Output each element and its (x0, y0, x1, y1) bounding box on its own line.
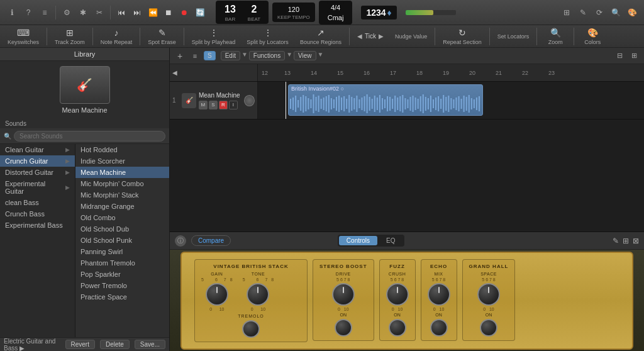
zoom-btn[interactable]: 🔍 Zoom (540, 26, 571, 47)
space-knob[interactable] (477, 283, 500, 306)
search-input[interactable] (14, 131, 165, 142)
tools-button[interactable]: ✱ (76, 6, 90, 20)
sound-old-combo[interactable]: Old Combo (75, 212, 169, 223)
split-locators-btn[interactable]: ⋮ Split by Locators (242, 26, 294, 47)
svg-rect-63 (450, 98, 452, 109)
sound-midrange-grange[interactable]: Midrange Grange (75, 201, 169, 212)
help-button[interactable]: ? (21, 6, 35, 20)
transport-display: 13 BAR 2 BEAT 120 KEEP TEMPO 4/4 Cmaj (216, 1, 352, 25)
fast-forward-button[interactable]: ⏭ (130, 6, 144, 20)
view-menu[interactable]: View (294, 51, 316, 60)
colors-button[interactable]: 🎨 (625, 6, 639, 20)
repeat-section-btn[interactable]: ↻ Repeat Section (438, 26, 487, 47)
mix-knob[interactable] (428, 283, 450, 306)
mute-button-1[interactable]: M (199, 101, 208, 109)
track-subheader: ◀ 12 13 14 15 16 17 18 19 20 21 (170, 64, 644, 82)
sidebar-item-experimental-bass[interactable]: Experimental Bass (0, 220, 75, 231)
loop-button[interactable]: ⟳ (592, 6, 606, 20)
tab-eq[interactable]: EQ (379, 236, 402, 245)
echo-toggle-knob[interactable] (430, 319, 448, 337)
sound-panning-swirl[interactable]: Panning Swirl (75, 246, 169, 257)
settings-button[interactable]: ⚙ (60, 6, 74, 20)
tremolo-knob[interactable] (242, 320, 260, 338)
track-content-1[interactable]: British Invasion#02 ○ (258, 82, 644, 119)
nudge-right[interactable]: ▶ (379, 33, 384, 40)
record-button[interactable]: ⏺ (177, 6, 191, 20)
sound-mic-morphin-stack[interactable]: Mic Morphin' Stack (75, 189, 169, 201)
grand-hall-toggle-knob[interactable] (480, 319, 497, 337)
sidebar-item-clean-guitar[interactable]: Clean Guitar ▶ (0, 144, 75, 155)
sidebar-item-distorted-guitar[interactable]: Distorted Guitar ▶ (0, 167, 75, 178)
volume-knob-1[interactable] (244, 95, 255, 106)
cycle-button[interactable]: 🔄 (193, 6, 207, 20)
compare-button[interactable]: Compare (191, 235, 231, 246)
drive-knob[interactable] (332, 283, 355, 306)
tempo-label: KEEP TEMPO (277, 14, 310, 20)
back-button[interactable]: ⏪ (146, 6, 160, 20)
sidebar-item-crunch-guitar[interactable]: Crunch Guitar ▶ (0, 155, 75, 167)
set-locators-btn[interactable]: Set Locators (492, 32, 535, 41)
rewind-button[interactable]: ⏮ (114, 6, 128, 20)
scissors-button[interactable]: ✂ (92, 6, 106, 20)
add-track-button[interactable]: + (174, 50, 186, 62)
edit-menu[interactable]: Edit (221, 51, 240, 60)
crush-knob[interactable] (386, 283, 409, 306)
stop-button[interactable]: ⏹ (162, 6, 175, 20)
s-mode-button[interactable]: S (204, 51, 216, 60)
sound-old-school-dub[interactable]: Old School Dub (75, 223, 169, 235)
tone-knob[interactable] (247, 283, 269, 306)
full-screen-button[interactable]: ⊞ (628, 50, 640, 62)
sidebar-item-clean-bass[interactable]: clean Bass (0, 197, 75, 208)
delete-button[interactable]: Delete (100, 340, 130, 349)
svg-rect-25 (353, 98, 355, 109)
sound-mean-machine[interactable]: Mean Machine (75, 167, 169, 178)
collapse-button[interactable]: ⊟ (613, 50, 626, 62)
revert-button[interactable]: Revert (65, 340, 95, 349)
sidebar-item-crunch-bass[interactable]: Crunch Bass (0, 208, 75, 220)
input-monitor-button-1[interactable]: I (229, 101, 238, 109)
nudge-left[interactable]: ◀ (357, 33, 362, 40)
gain-knob[interactable] (206, 283, 228, 306)
search-button[interactable]: 🔍 (609, 6, 623, 20)
sound-old-school-punk[interactable]: Old School Punk (75, 235, 169, 246)
grid-button[interactable]: ⊞ (560, 6, 574, 20)
sound-hot-rodded[interactable]: Hot Rodded (75, 144, 169, 155)
pencil-bottom-icon[interactable]: ✎ (613, 237, 619, 245)
grid-bottom-icon[interactable]: ⊞ (623, 237, 629, 245)
audio-region-1[interactable]: British Invasion#02 ○ (288, 84, 483, 116)
record-arm-button-1[interactable]: R (219, 101, 228, 109)
info-button-bottom[interactable]: ⓘ (175, 235, 186, 247)
colors-btn[interactable]: 🎨 Colors (577, 26, 608, 47)
note-repeat-btn[interactable]: ♪ Note Repeat (96, 26, 138, 47)
fuzz-toggle-knob[interactable] (389, 319, 406, 337)
nudge-value-btn[interactable]: Nudge Value (390, 32, 432, 41)
grand-hall-title: GRAND HALL (469, 264, 509, 269)
distorted-guitar-label: Distorted Guitar (5, 169, 53, 176)
split-playhead-btn[interactable]: ⋮ Split by Playhead (187, 26, 241, 47)
stereo-boost-toggle-knob[interactable] (335, 319, 352, 337)
sound-indie-scorcher[interactable]: Indie Scorcher (75, 155, 169, 167)
expand-bottom-icon[interactable]: ⊠ (633, 237, 639, 245)
tab-controls[interactable]: Controls (339, 236, 377, 245)
sound-mic-morphin-combo[interactable]: Mic Morphin' Combo (75, 178, 169, 189)
sound-power-tremolo[interactable]: Power Tremolo (75, 280, 169, 291)
functions-menu[interactable]: Functions (249, 51, 285, 60)
list-track-button[interactable]: ≡ (189, 50, 201, 62)
list-button[interactable]: ≡ (38, 6, 52, 20)
bounce-regions-btn[interactable]: ↗ Bounce Regions (295, 26, 347, 47)
track-zoom-btn[interactable]: ⊞ Track Zoom (50, 26, 90, 47)
tuner-icon: ♦ (387, 8, 392, 18)
info-button[interactable]: ℹ (5, 6, 19, 20)
keyswitches-btn[interactable]: ⌨ Keyswitches (3, 26, 44, 47)
sound-practice-space[interactable]: Practice Space (75, 291, 169, 303)
spot-erase-btn[interactable]: ✎ Spot Erase (143, 26, 181, 47)
svg-rect-53 (425, 97, 426, 111)
sound-phantom-tremolo[interactable]: Phantom Tremolo (75, 257, 169, 269)
sidebar-item-experimental-guitar[interactable]: Experimental Guitar ▶ (0, 178, 75, 197)
svg-rect-44 (402, 95, 403, 113)
pencil-button[interactable]: ✎ (576, 6, 590, 20)
solo-button-1[interactable]: S (209, 101, 218, 109)
sound-pop-sparkler[interactable]: Pop Sparkler (75, 269, 169, 280)
track-arrow-up[interactable]: ◀ (172, 69, 177, 76)
save-button[interactable]: Save... (135, 340, 165, 349)
